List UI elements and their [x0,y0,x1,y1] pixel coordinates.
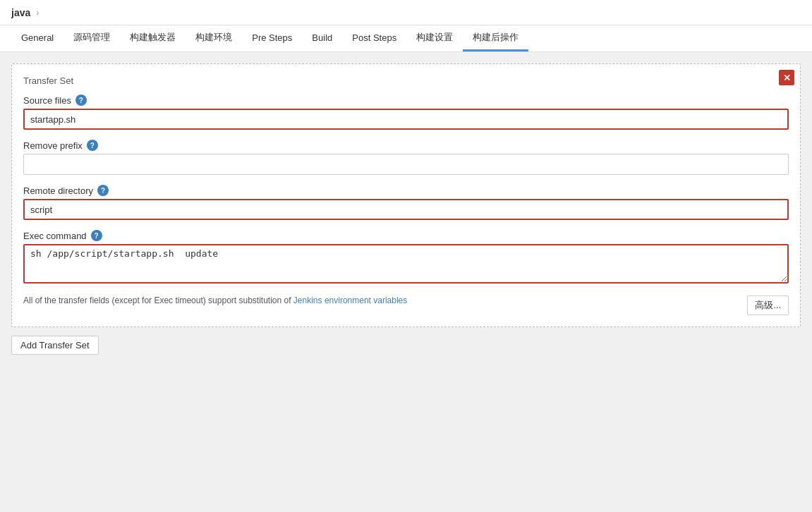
remote-directory-input[interactable] [23,199,789,220]
remove-prefix-label-row: Remove prefix ? [23,140,789,151]
tab-build-triggers[interactable]: 构建触发器 [120,25,186,51]
tab-build[interactable]: Build [302,25,342,51]
remote-directory-label-row: Remote directory ? [23,185,789,196]
exec-command-group: Exec command ? sh /app/script/startapp.s… [23,230,789,286]
top-bar: java › [0,0,812,25]
jenkins-env-vars-link[interactable]: Jenkins environment variables [293,295,407,305]
add-transfer-set-button[interactable]: Add Transfer Set [11,336,99,355]
tabs-bar: General 源码管理 构建触发器 构建环境 Pre Steps Build … [0,25,812,52]
remote-directory-help-icon[interactable]: ? [97,185,109,196]
remove-prefix-help-icon[interactable]: ? [87,140,98,151]
exec-command-input[interactable]: sh /app/script/startapp.sh update [23,244,789,284]
exec-command-label-row: Exec command ? [23,230,789,241]
exec-command-label: Exec command [23,231,87,241]
tab-general[interactable]: General [11,25,63,51]
remove-prefix-group: Remove prefix ? [23,140,789,175]
remove-prefix-label: Remove prefix [23,140,83,151]
remove-prefix-input[interactable] [23,154,789,175]
info-text: All of the transfer fields (except for E… [23,295,789,305]
exec-command-help-icon[interactable]: ? [91,230,102,241]
transfer-set-label: Transfer Set [23,75,789,86]
delete-transfer-set-button[interactable]: ✕ [779,70,794,85]
breadcrumb-project[interactable]: java [11,7,30,18]
source-files-help-icon[interactable]: ? [75,95,87,106]
source-files-group: Source files ? [23,95,789,130]
tab-build-settings[interactable]: 构建设置 [406,25,463,51]
remote-directory-group: Remote directory ? [23,185,789,220]
tab-build-env[interactable]: 构建环境 [186,25,242,51]
tab-pre-steps[interactable]: Pre Steps [242,25,302,51]
tab-source-mgmt[interactable]: 源码管理 [63,25,120,51]
tab-post-build[interactable]: 构建后操作 [463,25,528,51]
source-files-label-row: Source files ? [23,95,789,106]
source-files-label: Source files [23,95,71,106]
transfer-set-section: Transfer Set ✕ Source files ? Remove pre… [11,63,801,327]
tab-post-steps[interactable]: Post Steps [342,25,406,51]
source-files-input[interactable] [23,109,789,130]
breadcrumb-separator: › [36,8,39,18]
remote-directory-label: Remote directory [23,185,93,196]
main-content: Transfer Set ✕ Source files ? Remove pre… [0,52,812,512]
add-transfer-set-row: Add Transfer Set [11,336,801,355]
info-advanced-row: 高级... All of the transfer fields (except… [23,295,789,315]
transfer-advanced-button[interactable]: 高级... [747,295,789,315]
